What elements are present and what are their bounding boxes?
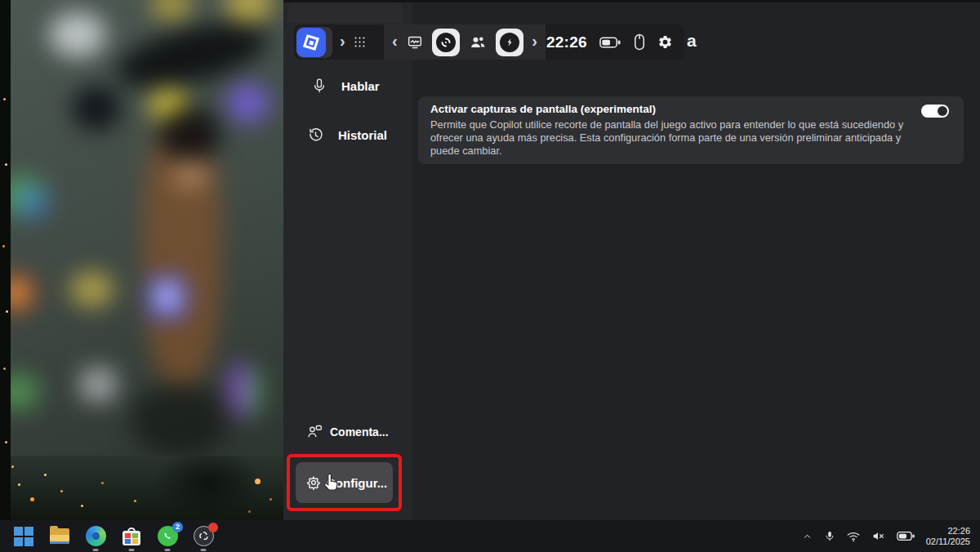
battery-icon [599,35,621,50]
toolbar-left-section: › [294,24,384,60]
desktop-wallpaper [0,0,294,552]
whatsapp-notification-badge: 2 [172,522,183,532]
chevron-left-icon[interactable]: ‹ [392,33,398,51]
clipped-text-fragment: a [687,31,697,51]
start-button[interactable] [13,526,34,547]
sidebar-item-historial[interactable]: Historial [307,127,387,144]
gamebar-settings-gear-icon[interactable] [657,34,673,50]
whatsapp-button[interactable]: 2 [157,526,178,547]
volume-muted-icon[interactable] [871,530,886,542]
wifi-icon[interactable] [846,530,861,542]
screen: › ‹ [0,0,980,552]
chevron-right-icon[interactable]: › [532,33,537,51]
gamebar-toolbar: › ‹ [294,24,684,60]
gamebar-bolt-icon [500,33,519,52]
copilot-widget-button[interactable] [432,29,460,56]
chevron-right-icon[interactable]: › [340,33,345,51]
toolbar-widget-section: ‹ [384,24,546,60]
toolbar-clock: 22:26 [546,33,587,51]
configure-button[interactable]: Configur... [296,462,393,503]
tray-date: 02/11/2025 [926,536,970,547]
tray-clock[interactable]: 22:26 02/11/2025 [926,526,970,547]
social-people-icon[interactable] [468,33,488,52]
screenshot-toggle[interactable] [921,105,949,118]
gamebar-widget-button[interactable] [496,29,523,56]
wallpaper-ground-scene [0,456,294,521]
tray-chevron-up-icon[interactable] [801,530,813,542]
panel-top-tab [288,2,403,23]
system-tray: 22:26 02/11/2025 [801,526,980,547]
toolbar-status-section: 22:26 [546,24,684,60]
tray-microphone-icon[interactable] [824,529,835,543]
sidebar-item-label: Historial [338,128,387,142]
widget-menu-grid-icon[interactable] [353,35,367,49]
copilot-icon [436,33,456,52]
microphone-icon [311,76,327,96]
roblox-widget-button[interactable] [296,27,332,58]
mouse-icon [634,33,645,51]
hand-cursor [319,472,342,496]
toggle-knob [938,106,947,116]
roblox-icon [296,28,326,57]
screenshot-setting-card: Activar capturas de pantalla (experiment… [418,96,964,164]
file-explorer-button[interactable] [49,526,70,547]
feedback-icon [306,423,323,440]
microsoft-store-button[interactable] [121,526,142,547]
taskbar-apps: 2 [13,526,214,547]
feedback-button[interactable]: Comenta... [306,423,389,440]
setting-description: Permite que Copilot utilice recorte de p… [430,118,920,158]
obs-recording-badge [208,523,218,532]
feedback-label: Comenta... [330,425,389,438]
store-icon [122,531,140,545]
sidebar-item-hablar[interactable]: Hablar [311,76,380,96]
sidebar-item-label: Hablar [341,79,380,93]
gamebar-panel: › ‹ [283,0,980,520]
tray-battery-icon[interactable] [897,530,915,542]
edge-icon [86,526,106,546]
performance-widget-icon[interactable] [406,33,424,51]
edge-button[interactable] [85,526,106,547]
folder-icon [50,528,69,544]
wallpaper-left-edge [0,0,11,520]
windows-logo-icon [14,527,33,546]
history-icon [307,127,324,144]
tray-time: 22:26 [926,526,970,536]
obs-button[interactable] [193,526,214,547]
windows-taskbar: 2 [0,520,980,552]
setting-title: Activar capturas de pantalla (experiment… [430,103,951,115]
